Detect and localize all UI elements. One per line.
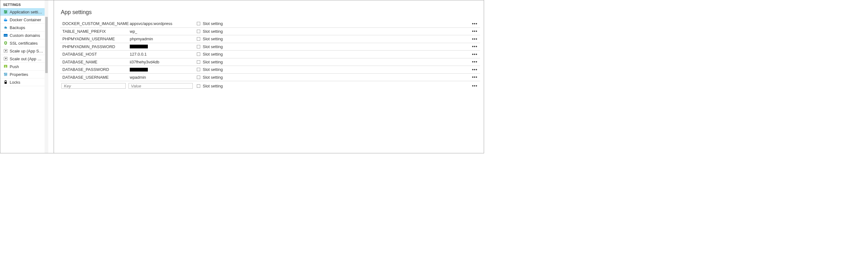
svg-rect-16	[4, 73, 5, 76]
setting-key[interactable]: DATABASE_NAME	[61, 60, 128, 64]
row-actions: •••	[471, 51, 479, 58]
svg-rect-1	[4, 11, 7, 12]
more-button[interactable]: •••	[471, 58, 478, 65]
slot-checkbox[interactable]	[197, 37, 200, 40]
locks-icon	[3, 80, 8, 84]
more-button[interactable]: •••	[471, 66, 478, 73]
sidebar-item-docker-container[interactable]: Docker Container	[0, 16, 44, 24]
slot-setting: Slot setting	[197, 84, 263, 88]
sidebar-header: SETTINGS	[0, 0, 44, 8]
setting-value[interactable]: 127.0.0.1	[128, 52, 195, 57]
slot-label: Slot setting	[203, 44, 223, 49]
svg-rect-4	[6, 11, 6, 12]
more-button[interactable]: •••	[471, 36, 478, 43]
slot-checkbox[interactable]	[197, 68, 200, 71]
setting-key[interactable]: DATABASE_PASSWORD	[61, 67, 128, 72]
slot-checkbox[interactable]	[197, 60, 200, 64]
setting-row: PHPMYADMIN_PASSWORDSlot setting•••	[60, 43, 480, 51]
setting-value[interactable]: ii37fhehy3vd4db	[128, 60, 195, 64]
more-button[interactable]: •••	[471, 28, 478, 35]
slot-checkbox[interactable]	[197, 22, 200, 25]
sidebar-item-locks[interactable]: Locks	[0, 78, 44, 86]
setting-key[interactable]: PHPMYADMIN_PASSWORD	[61, 44, 128, 49]
svg-rect-7	[5, 19, 6, 19]
slot-label: Slot setting	[203, 67, 223, 72]
sidebar-item-label: Backups	[10, 25, 25, 30]
setting-value[interactable]: wpadmin	[128, 75, 195, 80]
slot-checkbox[interactable]	[197, 45, 200, 48]
row-actions: •••	[471, 66, 479, 73]
setting-row: DATABASE_USERNAMEwpadminSlot setting•••	[60, 74, 480, 82]
setting-key[interactable]: DOCKER_CUSTOM_IMAGE_NAME	[61, 21, 128, 26]
svg-rect-19	[4, 74, 5, 74]
sidebar-item-label: Scale out (App Service plan)	[10, 57, 43, 61]
setting-row: TABLE_NAME_PREFIXwp_Slot setting•••	[60, 28, 480, 36]
svg-rect-8	[5, 18, 6, 19]
sidebar-item-ssl-certificates[interactable]: SSL certificates	[0, 39, 44, 47]
more-button[interactable]: •••	[471, 74, 478, 81]
slot-checkbox[interactable]	[197, 30, 200, 33]
row-actions: •••	[471, 36, 479, 43]
sidebar-item-application-settings[interactable]: Application settings	[0, 8, 44, 16]
sidebar-item-label: Properties	[10, 72, 28, 77]
docker-icon	[3, 18, 8, 22]
svg-rect-20	[5, 75, 6, 75]
setting-key[interactable]: TABLE_NAME_PREFIX	[61, 29, 128, 34]
slot-label: Slot setting	[203, 75, 223, 80]
sidebar-scrollbar-thumb[interactable]	[45, 17, 48, 73]
svg-rect-21	[6, 74, 7, 74]
setting-value[interactable]: appsvc/apps:wordpress	[128, 21, 195, 26]
main-panel: App settings DOCKER_CUSTOM_IMAGE_NAMEapp…	[54, 0, 484, 153]
more-button[interactable]: •••	[471, 51, 478, 58]
sidebar-item-label: SSL certificates	[10, 41, 38, 46]
slot-setting: Slot setting	[197, 36, 263, 41]
scale-up-icon	[3, 49, 8, 53]
setting-row: DOCKER_CUSTOM_IMAGE_NAMEappsvc/apps:word…	[60, 20, 480, 28]
slot-label: Slot setting	[203, 60, 223, 64]
app-settings-icon	[3, 10, 8, 14]
row-actions: •••	[471, 82, 479, 89]
sidebar-item-custom-domains[interactable]: www Custom domains	[0, 31, 44, 39]
setting-row: PHPMYADMIN_USERNAMEphpmyadminSlot settin…	[60, 35, 480, 43]
slot-checkbox[interactable]	[197, 76, 200, 79]
sidebar-item-backups[interactable]: Backups	[0, 24, 44, 31]
row-actions: •••	[471, 58, 479, 65]
scale-out-icon	[3, 57, 8, 61]
sidebar-item-label: Application settings	[10, 10, 43, 15]
slot-label: Slot setting	[203, 21, 223, 26]
masked-value	[130, 68, 148, 72]
slot-checkbox[interactable]	[197, 52, 200, 56]
slot-label: Slot setting	[203, 36, 223, 41]
svg-rect-6	[4, 19, 5, 19]
sidebar-item-scale-up[interactable]: Scale up (App Service plan)	[0, 47, 44, 55]
more-button[interactable]: •••	[471, 20, 478, 27]
setting-value[interactable]	[128, 68, 195, 72]
new-key-input[interactable]	[61, 83, 126, 89]
slot-checkbox[interactable]	[197, 84, 200, 88]
setting-value[interactable]	[128, 45, 195, 48]
slot-setting: Slot setting	[197, 60, 263, 64]
setting-key[interactable]: DATABASE_HOST	[61, 52, 128, 57]
sidebar-scrollbar[interactable]	[44, 0, 48, 153]
setting-row: DATABASE_PASSWORDSlot setting•••	[60, 66, 480, 74]
row-actions: •••	[471, 28, 479, 35]
sidebar-item-properties[interactable]: Properties	[0, 71, 44, 78]
new-value-input[interactable]	[128, 83, 193, 89]
slot-label: Slot setting	[203, 84, 223, 88]
svg-rect-17	[5, 73, 6, 76]
setting-key[interactable]: DATABASE_USERNAME	[61, 75, 128, 80]
sidebar-item-scale-out[interactable]: Scale out (App Service plan)	[0, 55, 44, 63]
backups-icon	[3, 25, 8, 30]
setting-value[interactable]: wp_	[128, 29, 195, 34]
sidebar-item-label: Scale up (App Service plan)	[10, 49, 43, 53]
more-button[interactable]: •••	[471, 43, 478, 50]
row-actions: •••	[471, 74, 479, 81]
setting-value[interactable]: phpmyadmin	[128, 36, 195, 41]
sidebar-item-push[interactable]: Push	[0, 63, 44, 71]
setting-key[interactable]: PHPMYADMIN_USERNAME	[61, 36, 128, 41]
slot-label: Slot setting	[203, 52, 223, 57]
domains-icon: www	[3, 33, 8, 37]
row-actions: •••	[471, 43, 479, 50]
slot-setting: Slot setting	[197, 67, 263, 72]
more-button[interactable]: •••	[471, 82, 478, 89]
